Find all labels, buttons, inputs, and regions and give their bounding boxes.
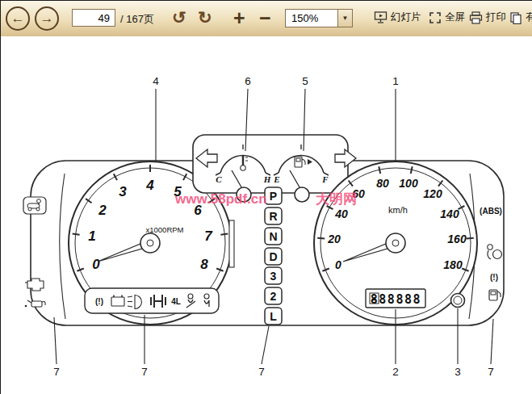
forward-button[interactable]: → <box>35 6 59 31</box>
gear-letter: P <box>270 190 277 203</box>
fullscreen-icon <box>429 11 442 24</box>
print-button[interactable]: 打印 <box>469 10 506 24</box>
speedo-number: 180 <box>443 258 463 271</box>
pdf-page: (ABS) (!) 0 1 2 3 4 <box>1 48 532 394</box>
watermark: www.58pdf.cn 大明网 <box>174 191 357 207</box>
forward-arrow-icon: → <box>40 10 54 27</box>
gear-position-indicator: P R N D 3 2 L <box>265 187 282 325</box>
headlight-icon <box>128 296 142 309</box>
printer-icon <box>469 11 483 24</box>
watermark-text: www.58pdf.cn <box>174 191 267 207</box>
slideshow-icon <box>374 10 387 24</box>
chevron-down-icon: ▼ <box>337 10 352 27</box>
fuel-empty-label: E <box>273 174 279 184</box>
speedo-unit-label: km/h <box>388 205 408 215</box>
pdf-toolbar: ← → / 167页 ↺ ↻ + − 150% ▼ 幻灯片 全屏 打印 <box>1 1 532 36</box>
extra-toolbar-button[interactable]: 有 <box>509 10 532 24</box>
back-arrow-icon: ← <box>11 10 25 27</box>
callout-number: 7 <box>53 366 60 378</box>
print-label: 打印 <box>486 10 506 24</box>
callout-number: 3 <box>455 366 461 378</box>
speedo-number: 0 <box>335 258 341 271</box>
page-total-label: / 167页 <box>120 12 154 27</box>
tach-number: 7 <box>204 228 213 244</box>
gear-letter: N <box>269 230 277 243</box>
speedo-number: 80 <box>376 177 389 190</box>
tach-hub <box>140 233 160 253</box>
four-low-label: 4L <box>171 297 181 306</box>
rotate-right-button[interactable]: ↻ <box>198 7 212 28</box>
rotate-left-button[interactable]: ↺ <box>172 7 186 28</box>
tach-number: 1 <box>88 228 95 244</box>
fuel-full-label: F <box>321 174 329 184</box>
gear-letter: R <box>269 210 277 223</box>
back-button[interactable]: ← <box>6 6 30 31</box>
abs-indicator-icon: (ABS) <box>480 207 502 216</box>
callout-number: 4 <box>153 75 159 87</box>
fullscreen-button[interactable]: 全屏 <box>429 10 465 24</box>
speedo-number: 40 <box>334 207 348 220</box>
slideshow-label: 幻灯片 <box>391 10 421 24</box>
callout-number: 7 <box>258 366 265 378</box>
fuel-gauge-knob <box>295 187 309 202</box>
toolbar-lower-band <box>1 36 532 48</box>
slideshow-button[interactable]: 幻灯片 <box>374 10 421 24</box>
tach-number: 2 <box>98 203 107 218</box>
tach-number: 8 <box>200 257 208 272</box>
speedo-number: 120 <box>423 187 442 200</box>
extra-toolbar-label: 有 <box>526 10 532 24</box>
tach-number: 3 <box>119 184 127 199</box>
zoom-level-select[interactable]: 150% ▼ <box>285 9 353 27</box>
trip-reset-knob <box>451 294 465 308</box>
zoom-in-button[interactable]: + <box>233 5 245 31</box>
gear-letter: 2 <box>270 290 277 303</box>
warning-lamp-row: (!) 4L <box>85 288 219 313</box>
brake-warning-right-icon: (!) <box>490 273 498 282</box>
instrument-cluster-diagram: (ABS) (!) 0 1 2 3 4 <box>1 48 532 394</box>
watermark-text-2: 大明网 <box>316 191 357 207</box>
tach-number: 0 <box>92 257 100 272</box>
callout-number: 5 <box>302 75 308 87</box>
callout-number: 7 <box>488 366 494 378</box>
temp-cold-label: C <box>216 174 222 184</box>
speedo-number: 20 <box>327 233 341 245</box>
tach-redline-bar <box>229 220 234 267</box>
temp-hot-label: H <box>263 174 271 184</box>
speedometer: 0 20 40 60 80 100 120 140 160 180 km/h A… <box>314 161 477 325</box>
security-indicator-icon <box>23 197 46 214</box>
gear-letter: 3 <box>270 270 277 283</box>
callout-number: 7 <box>141 366 148 378</box>
fullscreen-label: 全屏 <box>445 10 465 24</box>
odometer: A 888888 <box>366 289 425 308</box>
zoom-out-button[interactable]: − <box>259 5 271 31</box>
odometer-value: 888888 <box>371 292 421 307</box>
speedo-number: 140 <box>440 207 459 220</box>
speedo-hub <box>386 233 405 253</box>
zoom-level-value: 150% <box>286 12 337 24</box>
tach-number: 4 <box>145 178 154 193</box>
callout-number: 2 <box>392 366 399 378</box>
gear-letter: L <box>270 310 277 323</box>
speedo-number: 100 <box>399 177 418 190</box>
battery-icon <box>111 296 124 307</box>
callout-number: 6 <box>245 75 251 87</box>
speedo-number: 160 <box>447 233 467 245</box>
gear-letter: D <box>269 250 277 263</box>
brake-warning-icon: (!) <box>95 297 103 306</box>
copy-pages-icon <box>509 11 522 24</box>
page-number-input[interactable] <box>72 9 115 27</box>
callout-number: 1 <box>392 75 399 87</box>
